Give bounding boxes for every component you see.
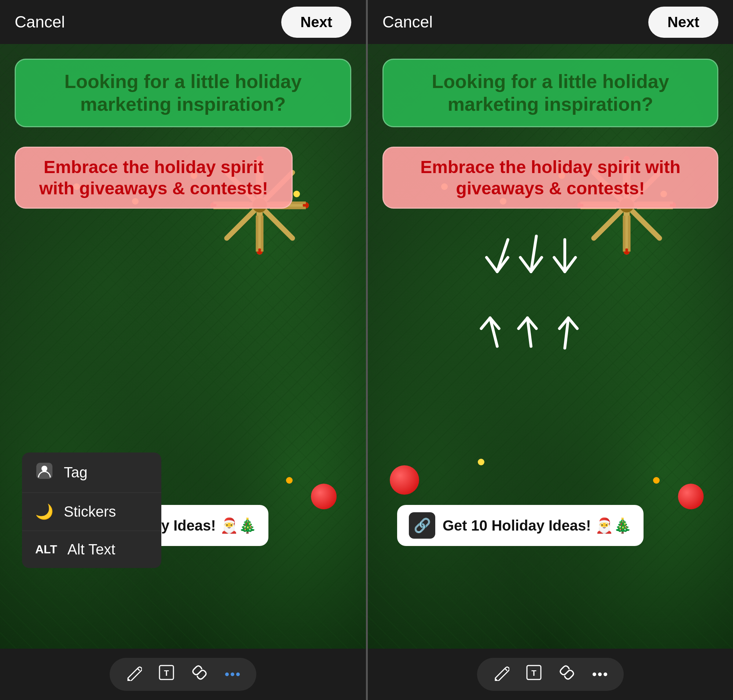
left-panel: Cancel Next [0,0,366,700]
left-menu-stickers-label: Stickers [64,503,116,520]
left-more-button[interactable] [216,660,249,689]
left-tag-person-icon [35,463,53,482]
right-top-bar: Cancel Next [368,0,733,44]
svg-point-18 [41,466,47,472]
right-link-sticker-text: Get 10 Holiday Ideas! 🎅🎄 [443,517,632,534]
left-green-bubble: Looking for a little holiday marketing i… [15,59,351,127]
right-link-sticker[interactable]: 🔗 Get 10 Holiday Ideas! 🎅🎄 [397,505,643,546]
left-link-icon [191,664,208,685]
right-toolbar-pill: T [477,658,624,691]
right-christmas-background: Looking for a little holiday marketing i… [368,44,733,649]
right-cancel-button[interactable]: Cancel [383,13,433,31]
left-text-button[interactable]: T [150,660,183,689]
right-draw-icon [492,664,509,685]
christmas-background: Looking for a little holiday marketing i… [0,44,366,649]
left-menu-alt-text[interactable]: ALT Alt Text [22,531,161,568]
left-top-bar: Cancel Next [0,0,366,44]
left-bottom-toolbar: T [0,649,366,700]
left-next-button[interactable]: Next [281,7,351,38]
right-image-area: Looking for a little holiday marketing i… [368,44,733,649]
left-menu-tag[interactable]: Tag [22,453,161,493]
left-toolbar-pill: T [110,658,256,691]
right-more-button[interactable] [583,660,617,689]
left-context-menu: Tag 🌙 Stickers ALT Alt Text [22,453,161,568]
right-green-bubble: Looking for a little holiday marketing i… [383,59,718,127]
left-pink-bubble: Embrace the holiday spirit with giveaway… [15,147,293,209]
left-draw-button[interactable] [117,660,150,689]
left-menu-tag-label: Tag [64,464,88,481]
right-pink-bubble: Embrace the holiday spirit with giveaway… [383,147,718,209]
right-text-button[interactable]: T [517,660,550,689]
left-pink-bubble-text: Embrace the holiday spirit with giveaway… [28,157,280,199]
svg-text:T: T [164,668,169,678]
right-link-icon-box: 🔗 [409,512,435,539]
left-menu-stickers[interactable]: 🌙 Stickers [22,493,161,531]
left-link-button[interactable] [183,660,216,689]
right-green-bubble-text: Looking for a little holiday marketing i… [397,70,704,116]
right-light-6 [653,477,660,484]
right-ornament-3 [678,484,704,509]
right-pine-texture [368,44,733,649]
light-6 [286,477,293,484]
svg-line-21 [198,671,201,674]
right-next-button[interactable]: Next [648,7,718,38]
right-bottom-toolbar: T [368,649,733,700]
right-pink-bubble-text: Embrace the holiday spirit with giveaway… [395,157,705,199]
left-stickers-icon: 🌙 [35,503,53,520]
left-cancel-button[interactable]: Cancel [15,13,65,31]
right-ornament-1 [390,465,419,495]
right-draw-button[interactable] [484,660,517,689]
right-panel: Cancel Next [367,0,733,700]
left-more-icon [225,672,240,676]
svg-line-59 [565,671,569,674]
svg-text:T: T [531,668,536,678]
left-green-bubble-text: Looking for a little holiday marketing i… [29,70,337,116]
ornament-3 [311,484,337,509]
left-text-icon: T [158,664,175,685]
right-more-icon [593,672,607,676]
right-light-5 [478,459,484,465]
right-link-button[interactable] [550,660,583,689]
right-text-icon: T [525,664,542,685]
right-link-chain-icon: 🔗 [414,518,431,534]
left-image-area: Looking for a little holiday marketing i… [0,44,366,649]
left-menu-alt-text-label: Alt Text [68,541,115,558]
left-alt-text-icon-label: ALT [35,543,57,556]
left-draw-icon [125,664,142,685]
right-link-icon [558,664,576,685]
